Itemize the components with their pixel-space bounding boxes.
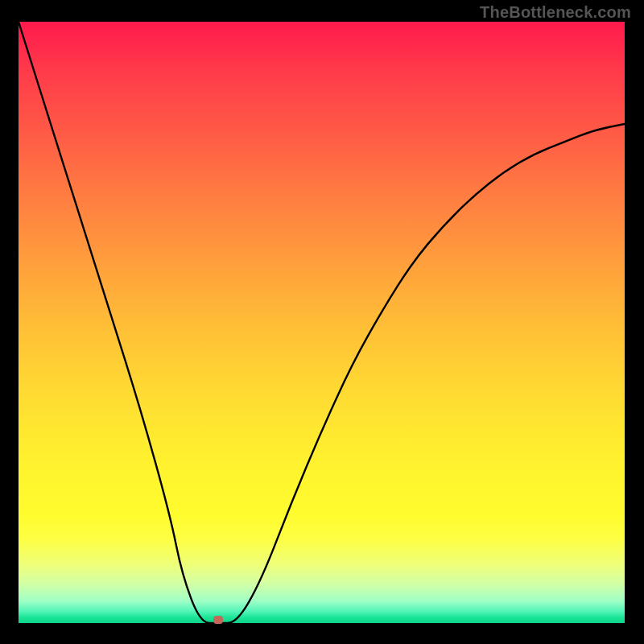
chart-frame: TheBottleneck.com [0, 0, 644, 644]
bottleneck-curve [19, 22, 625, 623]
watermark-text: TheBottleneck.com [480, 3, 631, 22]
optimal-point-marker [213, 616, 223, 624]
plot-area [19, 22, 625, 623]
curve-svg [19, 22, 625, 623]
